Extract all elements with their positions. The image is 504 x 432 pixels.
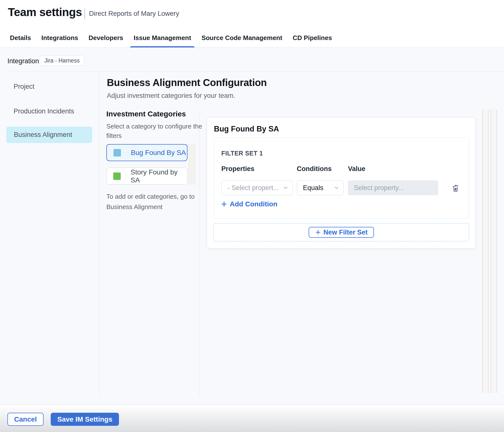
helper-line: Select a category to configure the [106,122,202,131]
category-color-swatch [114,149,121,156]
sidebar-divider [99,71,99,396]
team-settings-page: Team settings Direct Reports of Mary Low… [0,0,504,432]
sidebar-item-project[interactable]: Project [6,79,92,95]
tab-details[interactable]: Details [10,28,31,47]
new-filter-set-dropzone: New Filter Set [213,223,469,241]
section-title: Business Alignment Configuration [107,77,267,88]
properties-column-label: Properties [221,165,254,173]
tab-label: Details [10,34,31,42]
investment-categories-helper: Select a category to configure the filte… [106,122,202,140]
tab-label: CD Pipelines [293,34,332,42]
helper-line: filters [106,131,202,140]
category-color-swatch [113,173,121,180]
tab-developers[interactable]: Developers [89,28,123,47]
sidebar-item-production-incidents[interactable]: Production Incidents [6,103,92,119]
filter-set-title: FILTER SET 1 [221,150,263,157]
trash-icon [451,183,460,193]
chevron-down-icon [334,185,340,191]
category-bug-found-by-sa[interactable]: Bug Found By SA [106,144,187,161]
page-title: Team settings [8,5,82,19]
new-filter-set-button[interactable]: New Filter Set [309,227,374,238]
value-column-label: Value [348,165,366,173]
tab-integrations[interactable]: Integrations [41,28,78,47]
investment-categories-title: Investment Categories [106,110,186,118]
title-divider [84,8,85,19]
category-story-found-by-sa[interactable]: Story Found by SA [106,168,187,185]
add-condition-label: Add Condition [230,200,277,208]
property-select[interactable]: - Select propert... [221,180,293,195]
tab-label: Integrations [41,34,78,42]
category-label: Bug Found By SA [131,149,186,157]
card-title: Bug Found By SA [214,125,279,133]
note-line: Business Alignment [106,202,195,212]
horizontal-divider [7,71,504,72]
category-list-scrollbar[interactable] [188,144,195,185]
add-condition-button[interactable]: Add Condition [221,200,277,208]
sidebar-item-label: Project [14,83,34,90]
new-filter-set-label: New Filter Set [323,229,368,236]
sidebar-item-label: Production Incidents [14,108,74,115]
condition-select-value: Equals [303,184,323,192]
tab-label: Issue Management [134,34,191,42]
tab-source-code-management[interactable]: Source Code Management [202,28,282,47]
condition-select[interactable]: Equals [297,180,344,195]
conditions-column-label: Conditions [297,165,332,173]
vertical-scrollbar-track[interactable] [482,110,489,393]
categories-divider [199,110,200,396]
property-select-value: - Select propert... [228,184,279,192]
page-subtitle: Direct Reports of Mary Lowery [89,10,179,18]
integration-chip[interactable]: Jira - Harness [40,55,84,66]
note-line: To add or edit categories, go to [106,191,195,202]
value-input[interactable] [348,180,438,195]
plus-icon [315,229,321,235]
tab-issue-management[interactable]: Issue Management [134,28,191,47]
delete-condition-button[interactable] [450,182,461,194]
integration-label: Integration: [7,56,41,66]
tab-cd-pipelines[interactable]: CD Pipelines [293,28,332,47]
category-label: Story Found by SA [131,168,187,184]
sidebar-item-label: Business Alignment [14,131,72,139]
tab-label: Developers [89,34,123,42]
tab-label: Source Code Management [202,34,282,42]
plus-icon [221,201,227,207]
save-im-settings-button[interactable]: Save IM Settings [51,413,119,426]
categories-note: To add or edit categories, go to Busines… [106,191,195,212]
tab-bar: Details Integrations Developers Issue Ma… [0,28,504,47]
sidebar-item-business-alignment[interactable]: Business Alignment [6,127,92,143]
chevron-down-icon [283,185,289,191]
vertical-scrollbar-track[interactable] [491,110,497,393]
cancel-button[interactable]: Cancel [7,413,44,426]
section-subtitle: Adjust investment categories for your te… [107,92,235,100]
